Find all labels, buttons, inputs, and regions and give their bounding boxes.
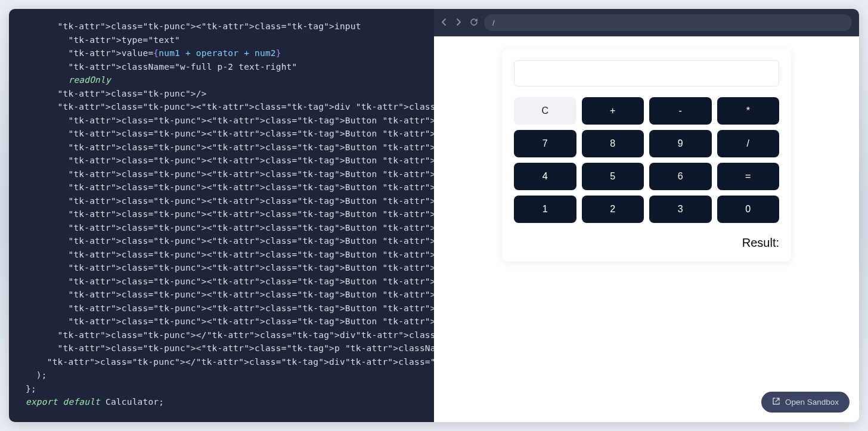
code-line[interactable]: "tk-attr">class="tk-punc"><"tk-attr">cla… — [26, 207, 417, 221]
preview-panel: / C+-*789/456=1230 Result: Open Sandbox — [434, 9, 859, 422]
code-line[interactable]: "tk-attr">class="tk-punc"><"tk-attr">cla… — [26, 20, 417, 33]
code-line[interactable]: "tk-attr">className="w-full p-2 text-rig… — [26, 60, 417, 74]
code-line[interactable]: "tk-attr">value={num1 + operator + num2} — [26, 46, 417, 60]
preview-toolbar: / — [434, 9, 859, 36]
calc-btn-op[interactable]: - — [649, 97, 712, 125]
code-line[interactable]: "tk-attr">class="tk-punc"><"tk-attr">cla… — [26, 168, 417, 181]
app-container: "tk-attr">class="tk-punc"><"tk-attr">cla… — [9, 9, 859, 422]
code-line[interactable]: "tk-attr">class="tk-punc"><"tk-attr">cla… — [26, 114, 417, 128]
external-link-icon — [772, 397, 780, 407]
calc-btn-0[interactable]: 0 — [717, 196, 780, 223]
calc-btn-3[interactable]: 3 — [649, 196, 712, 223]
code-line[interactable]: "tk-attr">class="tk-punc"><"tk-attr">cla… — [26, 342, 417, 355]
code-line[interactable]: "tk-attr">class="tk-punc"><"tk-attr">cla… — [26, 154, 417, 168]
code-line[interactable]: }; — [26, 382, 417, 396]
nav-refresh-icon[interactable] — [470, 18, 478, 28]
code-line[interactable]: readOnly — [26, 73, 417, 87]
code-line[interactable]: "tk-attr">class="tk-punc"><"tk-attr">cla… — [26, 275, 417, 289]
code-line[interactable]: "tk-attr">class="tk-punc"><"tk-attr">cla… — [26, 261, 417, 275]
calc-btn-8[interactable]: 8 — [582, 130, 644, 157]
nav-forward-icon[interactable] — [455, 18, 461, 27]
open-sandbox-button[interactable]: Open Sandbox — [761, 392, 850, 413]
code-line[interactable]: export default Calculator; — [26, 395, 417, 409]
code-line[interactable]: ); — [26, 368, 417, 382]
code-line[interactable]: "tk-attr">type="text" — [26, 33, 417, 47]
code-line[interactable]: "tk-attr">class="tk-punc"><"tk-attr">cla… — [26, 141, 417, 154]
calculator: C+-*789/456=1230 Result: — [502, 48, 791, 262]
result-label: Result: — [742, 236, 779, 249]
calc-btn-2[interactable]: 2 — [582, 196, 644, 223]
calc-btn-7[interactable]: 7 — [514, 130, 576, 157]
code-line[interactable]: "tk-attr">class="tk-punc"><"tk-attr">cla… — [26, 194, 417, 208]
code-line[interactable]: "tk-attr">class="tk-punc"><"tk-attr">cla… — [26, 100, 417, 114]
code-line[interactable]: "tk-attr">class="tk-punc"><"tk-attr">cla… — [26, 315, 417, 328]
code-line[interactable]: "tk-attr">class="tk-punc"></"tk-attr">cl… — [26, 328, 417, 342]
calc-result: Result: — [514, 236, 779, 250]
code-editor[interactable]: "tk-attr">class="tk-punc"><"tk-attr">cla… — [9, 9, 434, 422]
code-line[interactable]: "tk-attr">class="tk-punc"><"tk-attr">cla… — [26, 221, 417, 235]
url-text: / — [492, 18, 495, 27]
calc-display[interactable] — [514, 60, 779, 86]
code-line[interactable]: "tk-attr">class="tk-punc"><"tk-attr">cla… — [26, 234, 417, 248]
code-line[interactable]: "tk-attr">class="tk-punc"><"tk-attr">cla… — [26, 181, 417, 194]
preview-content: C+-*789/456=1230 Result: — [434, 36, 859, 422]
calc-btn-6[interactable]: 6 — [649, 163, 712, 190]
code-line[interactable]: "tk-attr">class="tk-punc"><"tk-attr">cla… — [26, 288, 417, 302]
code-line[interactable]: "tk-attr">class="tk-punc"><"tk-attr">cla… — [26, 302, 417, 315]
calc-btn-op[interactable]: * — [717, 97, 780, 125]
calc-btn-op[interactable]: = — [717, 163, 780, 190]
open-sandbox-label: Open Sandbox — [785, 398, 839, 407]
code-line[interactable]: "tk-attr">class="tk-punc">/> — [26, 87, 417, 101]
nav-back-icon[interactable] — [441, 18, 447, 27]
calc-btn-op[interactable]: / — [717, 130, 780, 157]
calc-btn-1[interactable]: 1 — [514, 196, 576, 223]
calc-grid: C+-*789/456=1230 — [514, 97, 779, 223]
calc-btn-4[interactable]: 4 — [514, 163, 576, 190]
calc-btn-9[interactable]: 9 — [649, 130, 712, 157]
calc-btn-5[interactable]: 5 — [582, 163, 644, 190]
calc-btn-C[interactable]: C — [514, 97, 576, 125]
code-line[interactable]: "tk-attr">class="tk-punc"><"tk-attr">cla… — [26, 127, 417, 141]
code-line[interactable]: "tk-attr">class="tk-punc"></"tk-attr">cl… — [26, 355, 417, 369]
calc-btn-op[interactable]: + — [582, 97, 644, 125]
url-bar[interactable]: / — [484, 14, 852, 31]
code-line[interactable]: "tk-attr">class="tk-punc"><"tk-attr">cla… — [26, 248, 417, 262]
